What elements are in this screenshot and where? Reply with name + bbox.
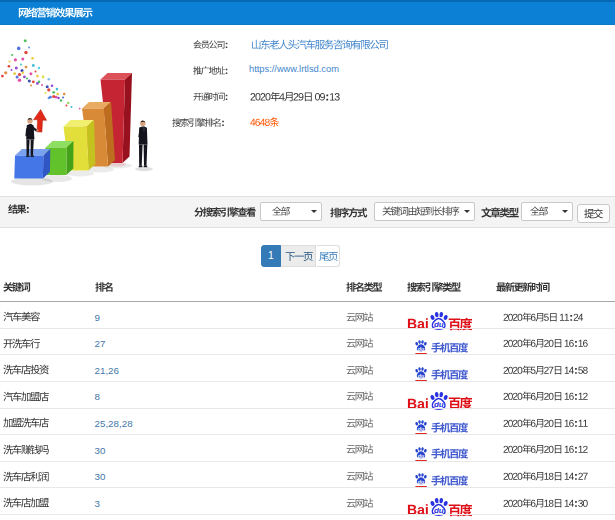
svg-text:du: du — [417, 479, 424, 485]
svg-text:du: du — [417, 426, 424, 432]
svg-text:du: du — [417, 452, 424, 458]
svg-text:du: du — [417, 373, 424, 379]
svg-text:du: du — [417, 346, 424, 352]
